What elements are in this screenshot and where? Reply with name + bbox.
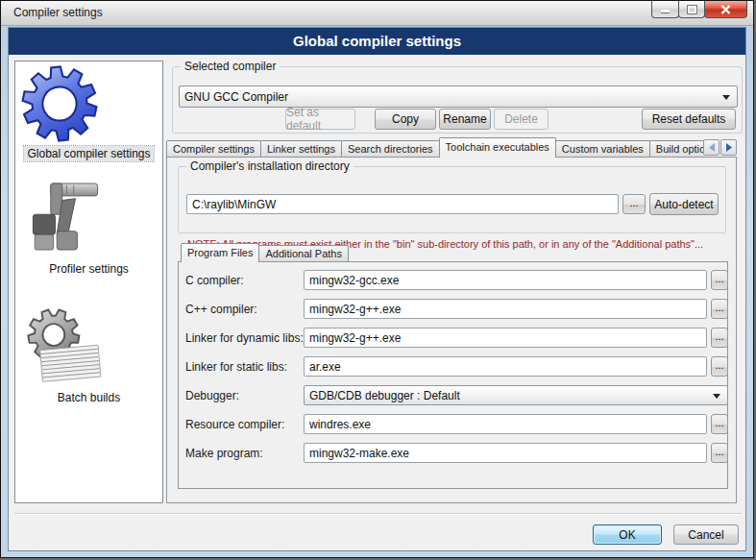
- c-compiler-field[interactable]: mingw32-g++.exe: [304, 299, 707, 319]
- window-title: Compiler settings: [13, 6, 103, 19]
- footer-divider: [14, 513, 742, 515]
- maximize-icon: [687, 5, 697, 14]
- minimize-icon: [660, 5, 671, 13]
- resource-compiler-field[interactable]: windres.exe: [304, 414, 707, 434]
- tab-scroll-right-button[interactable]: [720, 139, 737, 156]
- auto-detect-button[interactable]: Auto-detect: [649, 193, 719, 215]
- dialog-client-area: Global compiler settings Global compiler…: [8, 27, 746, 551]
- selected-compiler-label: Selected compiler: [181, 60, 280, 73]
- tab-toolchain-executables[interactable]: Toolchain executables: [439, 137, 556, 158]
- arrow-left-icon: [708, 143, 716, 152]
- selected-compiler-group: Selected compiler GNU GCC Compiler Set a…: [172, 66, 743, 134]
- toolchain-field-row: Linker for dynamic libs: mingw32-g++.exe…: [9, 328, 745, 349]
- subtab-program-files[interactable]: Program Files: [181, 243, 259, 262]
- compiler-select[interactable]: GNU GCC Compiler: [179, 85, 738, 108]
- browse-button[interactable]: ...: [711, 356, 728, 377]
- page-title: Global compiler settings: [9, 28, 745, 55]
- tab-custom-variables[interactable]: Custom variables: [555, 140, 650, 157]
- maximize-button[interactable]: [678, 0, 705, 18]
- compiler-settings-dialog: Compiler settings Global compiler settin…: [0, 0, 754, 558]
- caliper-icon: [15, 179, 162, 259]
- close-icon: [720, 5, 731, 14]
- install-dir-group: Compiler's installation directory C:\ray…: [178, 166, 726, 233]
- ok-button[interactable]: OK: [593, 524, 662, 545]
- install-path-field[interactable]: C:\raylib\MinGW: [186, 194, 619, 214]
- blue-gear-icon: [15, 63, 162, 144]
- field-label-c-compiler: C++ compiler:: [185, 303, 257, 316]
- program-files-tabstrip: Program FilesAdditional Paths: [181, 243, 469, 262]
- minimize-button[interactable]: [651, 0, 679, 18]
- compiler-select-value: GNU GCC Compiler: [184, 90, 288, 104]
- reset-defaults-button[interactable]: Reset defaults: [642, 109, 736, 130]
- browse-button[interactable]: ...: [711, 414, 728, 434]
- field-label-debugger: Debugger:: [185, 389, 239, 402]
- set-as-default-button[interactable]: Set as default: [285, 109, 355, 130]
- close-button[interactable]: [704, 0, 747, 18]
- install-path-browse-button[interactable]: ...: [622, 194, 646, 214]
- debugger-select[interactable]: GDB/CDB debugger : Default: [304, 385, 728, 405]
- c-compiler-field[interactable]: mingw32-gcc.exe: [304, 270, 707, 290]
- cancel-button[interactable]: Cancel: [673, 524, 739, 545]
- install-dir-label: Compiler's installation directory: [186, 159, 354, 173]
- browse-button[interactable]: ...: [711, 443, 728, 463]
- linker-for-static-libs-field[interactable]: ar.exe: [304, 356, 707, 377]
- toolchain-field-row: Debugger: GDB/CDB debugger : Default: [9, 385, 745, 406]
- sidebar-item-label: Global compiler settings: [24, 146, 153, 161]
- field-label-linker-for-dynamic-libs: Linker for dynamic libs:: [185, 331, 304, 345]
- window-controls: [652, 0, 747, 18]
- tab-linker-settings[interactable]: Linker settings: [260, 140, 342, 157]
- tab-search-directories[interactable]: Search directories: [341, 140, 440, 157]
- chevron-down-icon: [713, 394, 720, 399]
- toolchain-field-row: Make program: mingw32-make.exe ...: [9, 443, 745, 464]
- sidebar-item-global-compiler-settings[interactable]: Global compiler settings: [15, 63, 162, 171]
- tab-compiler-settings[interactable]: Compiler settings: [166, 140, 261, 157]
- browse-button[interactable]: ...: [711, 299, 728, 319]
- toolchain-field-row: C compiler: mingw32-gcc.exe ...: [9, 270, 745, 291]
- make-program-field[interactable]: mingw32-make.exe: [304, 443, 707, 463]
- tab-build-options[interactable]: Build options: [649, 140, 704, 157]
- toolchain-field-row: Resource compiler: windres.exe ...: [9, 414, 745, 435]
- dialog-header: Global compiler settings: [9, 28, 745, 55]
- delete-button[interactable]: Delete: [494, 109, 549, 130]
- field-label-resource-compiler: Resource compiler:: [185, 418, 284, 431]
- subtab-additional-paths[interactable]: Additional Paths: [258, 245, 349, 261]
- rename-button[interactable]: Rename: [439, 109, 491, 130]
- chevron-down-icon: [722, 95, 730, 100]
- browse-button[interactable]: ...: [711, 328, 728, 348]
- copy-button[interactable]: Copy: [375, 109, 436, 130]
- browse-button[interactable]: ...: [711, 270, 728, 290]
- toolchain-field-row: Linker for static libs: ar.exe ...: [9, 356, 745, 377]
- titlebar[interactable]: Compiler settings: [1, 1, 754, 26]
- toolchain-field-row: C++ compiler: mingw32-g++.exe ...: [9, 299, 745, 320]
- linker-for-dynamic-libs-field[interactable]: mingw32-g++.exe: [304, 328, 707, 348]
- field-label-linker-for-static-libs: Linker for static libs:: [185, 360, 287, 374]
- arrow-right-icon: [725, 143, 733, 152]
- main-tabstrip: Compiler settingsLinker settingsSearch d…: [166, 137, 704, 158]
- install-path-value: C:\raylib\MinGW: [192, 198, 276, 211]
- field-label-c-compiler: C compiler:: [185, 274, 244, 287]
- field-label-make-program: Make program:: [185, 447, 263, 460]
- tab-scroll-left-button[interactable]: [703, 139, 719, 156]
